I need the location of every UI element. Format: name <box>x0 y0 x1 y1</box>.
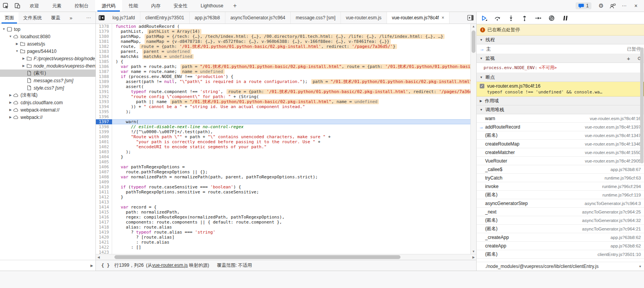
more-tools-button[interactable]: + <box>230 0 240 12</box>
line-number[interactable]: 1410 <box>96 185 112 190</box>
code-line[interactable]: 1402 "encodeURI to encode static segment… <box>96 144 470 149</box>
line-number[interactable]: 1420 <box>96 235 112 240</box>
code-line[interactable]: 1380 pathMap,pathMap = {/tech: {…}, /tec… <box>96 34 470 39</box>
chevron-down-icon[interactable]: ▼ <box>639 265 642 268</box>
code-line[interactable]: 1421 : route.alias <box>96 240 470 245</box>
panel-scroll-thumb[interactable] <box>640 47 644 163</box>
editor-tab-message.css? [sm][interactable]: message.css? [sm] <box>291 12 341 24</box>
pretty-print-button[interactable]: { } <box>99 262 112 269</box>
line-number[interactable]: 1415 <box>96 210 112 215</box>
navigator-tab-覆盖[interactable]: 覆盖 <box>46 12 65 24</box>
chevron-down-icon[interactable]: ▼ <box>15 49 19 53</box>
code-line[interactable]: 1412 } <box>96 195 470 200</box>
code-line[interactable]: 1394 )) + " cannot be a " + "string id. … <box>96 104 470 109</box>
chevron-right-icon[interactable]: ▶ <box>8 115 13 119</box>
callstack-frame[interactable]: asyncGeneratorStepasyncToGenerator.js?c9… <box>477 199 644 208</box>
editor-tab-vue-router.esm.js[interactable]: vue-router.esm.js <box>341 12 387 24</box>
code-line[interactable]: 1401 "your path is correctly encoded bef… <box>96 139 470 144</box>
chevron-right-icon[interactable]: ▶ <box>21 64 26 68</box>
code-line[interactable]: 1388 if (process.env.NODE_ENV !== 'produ… <box>96 74 470 79</box>
code-line[interactable]: 1383 parent,parent = undefined <box>96 49 470 54</box>
line-number[interactable]: 1395 <box>96 109 112 114</box>
debugger-panel-toggle-icon[interactable] <box>465 12 476 24</box>
deactivate-breakpoints-icon[interactable] <box>548 15 555 22</box>
callstack-frame[interactable]: invokeruntime.js?96cf:294 <box>477 182 644 191</box>
line-number[interactable]: 1380 <box>96 34 112 39</box>
code-line[interactable]: 1423 <box>96 250 470 254</box>
vertical-scroll-thumb[interactable] <box>472 30 475 53</box>
code-line[interactable]: 1416 regex: compileRouteRegex(normalized… <box>96 215 470 220</box>
tree-item[interactable]: ▶assets/js <box>0 40 95 47</box>
callstack-module-row[interactable]: ./node_modules/@vuepress/core/lib/client… <box>477 262 644 271</box>
more-icon[interactable]: ⋯ <box>618 3 630 8</box>
code-line[interactable]: 1409 <box>96 180 470 185</box>
code-line[interactable]: 1390 assert( <box>96 84 470 89</box>
code-line[interactable]: 1410 if (typeof route.caseSensitive === … <box>96 185 470 190</box>
callstack-frame[interactable]: (匿名)runtime.js?96cf:119 <box>477 191 644 199</box>
line-number[interactable]: 1405 <box>96 159 112 164</box>
callstack-frame[interactable]: _callee$app.js?63b8:67 <box>477 165 644 174</box>
navigator-more-icon[interactable]: ⋯ <box>82 12 95 24</box>
editor-tab-clientEntry.js?3501[interactable]: clientEntry.js?3501 <box>140 12 190 24</box>
callstack-frame[interactable]: warnvue-router.esm.js?8c4f:16 <box>477 114 644 123</box>
chevron-right-icon[interactable]: ▶ <box>15 42 19 46</box>
navigator-tab-»[interactable]: » <box>65 12 77 24</box>
chevron-right-icon[interactable]: ▶ <box>8 108 13 112</box>
line-number[interactable]: 1401 <box>96 139 112 144</box>
code-line[interactable]: 1384 matchAsmatchAs = undefined <box>96 54 470 59</box>
code-line[interactable]: 1405 <box>96 159 470 164</box>
line-number[interactable]: 1393 <box>96 99 112 104</box>
tree-item[interactable]: ▼localhost:8080 <box>0 33 95 40</box>
tab-控制台[interactable]: 控制台 <box>68 0 95 12</box>
tree-item[interactable]: style.css? [sm] <box>0 84 95 91</box>
tree-item[interactable]: ▶webpack:// <box>0 114 95 121</box>
code-line[interactable]: 1391 typeof route.component !== 'string'… <box>96 89 470 94</box>
close-icon[interactable]: × <box>630 3 642 9</box>
code-line[interactable]: 1413 <box>96 200 470 205</box>
tree-item[interactable]: ▼pages/544410 <box>0 47 95 55</box>
scroll-down-icon[interactable]: ▼ <box>471 249 476 254</box>
step-icon[interactable] <box>535 15 542 22</box>
section-breakpoints[interactable]: ▼ 断点 <box>477 73 644 82</box>
editor-tab-vue-router.esm.js?8c4f[interactable]: vue-router.esm.js?8c4f× <box>387 12 450 24</box>
code-line[interactable]: 1415 path: normalizedPath, <box>96 210 470 215</box>
line-number[interactable]: 1394 <box>96 104 112 109</box>
code-line[interactable]: 1382 route,route = {path: '/01.技术/01.pyt… <box>96 44 470 49</box>
line-number[interactable]: 1390 <box>96 84 112 89</box>
line-number[interactable]: 1422 <box>96 245 112 250</box>
tab-欢迎[interactable]: 欢迎 <box>23 0 46 12</box>
line-number[interactable]: 1383 <box>96 49 112 54</box>
code-line[interactable]: 1385) { <box>96 59 470 64</box>
line-number[interactable]: 1404 <box>96 154 112 159</box>
scroll-right-icon[interactable]: ▶ <box>471 256 476 259</box>
editor-tab-app.js?63b8[interactable]: app.js?63b8 <box>190 12 225 24</box>
line-number[interactable]: 1399 <box>96 129 112 134</box>
code-line[interactable]: 1392 "route config \"component\" for pat… <box>96 94 470 99</box>
navigator-tab-页面[interactable]: 页面 <box>0 12 19 24</box>
line-number[interactable]: 1416 <box>96 215 112 220</box>
line-number[interactable]: 1381 <box>96 39 112 44</box>
chevron-right-icon[interactable]: ▶ <box>21 57 26 60</box>
callstack-frame[interactable]: createAppapp.js?63b8:62 <box>477 242 644 250</box>
line-number[interactable]: 1378 <box>96 24 112 29</box>
code-line[interactable]: 1404 } <box>96 154 470 159</box>
line-number[interactable]: 1382 <box>96 44 112 49</box>
code-line[interactable]: 1414 var record = { <box>96 205 470 210</box>
callstack-frame[interactable]: VueRoutervue-router.esm.js?8c4f:2905 <box>477 157 644 165</box>
callstack-frame[interactable]: _nextasyncToGenerator.js?c964:25 <box>477 208 644 216</box>
code-line[interactable]: 1420 ? [route.alias] <box>96 235 470 240</box>
line-number[interactable]: 1406 <box>96 164 112 169</box>
expand-arrow-icon[interactable]: ▶ <box>90 264 93 268</box>
device-toolbar-icon[interactable] <box>12 0 23 12</box>
line-number[interactable]: 1385 <box>96 59 112 64</box>
code-line[interactable]: 1417 components: route.components || { d… <box>96 220 470 225</box>
chevron-right-icon[interactable]: ▶ <box>8 101 13 104</box>
pause-on-exceptions-icon[interactable] <box>562 15 569 22</box>
section-threads[interactable]: ▼ 线程 <box>477 36 644 44</box>
code-line[interactable]: 1381 nameMap,nameMap = {v-d8478718: {…},… <box>96 39 470 44</box>
navigator-toggle-icon[interactable] <box>96 12 107 24</box>
code-line[interactable]: 1407 route.pathToRegexpOptions || {}; <box>96 169 470 174</box>
code-view[interactable]: 1378function addRouteRecord (1379 pathLi… <box>96 24 470 254</box>
code-line[interactable]: 1411 pathToRegexpOptions.sensitive = rou… <box>96 190 470 195</box>
tree-item[interactable]: message.css? [sm] <box>0 77 95 84</box>
